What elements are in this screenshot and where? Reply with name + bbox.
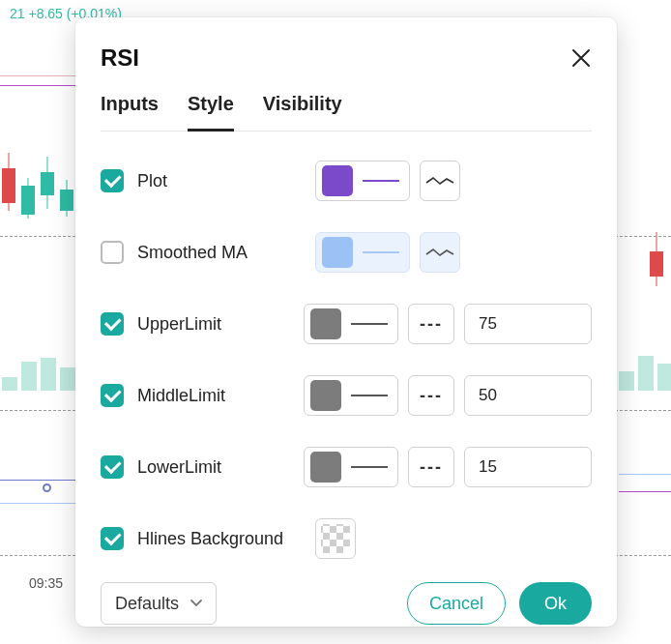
smoothed-ma-linestyle-picker[interactable] <box>420 232 460 273</box>
tab-visibility[interactable]: Visibility <box>263 93 342 132</box>
defaults-label: Defaults <box>115 594 179 614</box>
middle-limit-input[interactable] <box>464 375 592 416</box>
lower-limit-checkbox[interactable] <box>101 455 124 479</box>
defaults-dropdown[interactable]: Defaults <box>101 582 217 625</box>
smoothed-ma-label: Smoothed MA <box>137 243 302 263</box>
plot-color-picker[interactable] <box>315 161 410 201</box>
row-smoothed-ma: Smoothed MA <box>101 232 592 273</box>
hlines-bg-label: Hlines Background <box>137 529 302 549</box>
time-label: 09:35 <box>29 575 63 591</box>
smoothed-ma-color-picker[interactable] <box>315 232 410 273</box>
smoothed-ma-checkbox[interactable] <box>101 241 124 264</box>
upper-limit-color-picker[interactable] <box>304 304 398 344</box>
ok-button[interactable]: Ok <box>519 582 592 625</box>
lower-limit-label: LowerLimit <box>137 457 290 478</box>
lower-limit-color-picker[interactable] <box>304 447 398 487</box>
plot-linestyle-picker[interactable] <box>420 161 460 201</box>
settings-dialog: RSI Inputs Style Visibility Plot <box>75 17 617 627</box>
middle-limit-label: MiddleLimit <box>137 386 290 406</box>
upper-limit-input[interactable] <box>464 304 592 344</box>
tab-style[interactable]: Style <box>188 93 234 132</box>
cancel-button[interactable]: Cancel <box>407 582 506 625</box>
tab-inputs[interactable]: Inputs <box>101 93 159 132</box>
row-upper-limit: UpperLimit --- <box>101 304 592 344</box>
chevron-down-icon <box>190 597 202 610</box>
middle-limit-checkbox[interactable] <box>101 384 124 407</box>
tabs: Inputs Style Visibility <box>101 93 592 132</box>
upper-limit-checkbox[interactable] <box>101 312 124 336</box>
hlines-bg-color-picker[interactable] <box>315 518 356 559</box>
row-lower-limit: LowerLimit --- <box>101 447 592 487</box>
close-icon[interactable] <box>570 47 592 69</box>
row-hlines-background: Hlines Background <box>101 518 592 559</box>
middle-limit-dash-picker[interactable]: --- <box>408 375 454 416</box>
hlines-bg-checkbox[interactable] <box>101 527 124 550</box>
lower-limit-dash-picker[interactable]: --- <box>408 447 454 487</box>
dialog-title: RSI <box>101 44 139 72</box>
plot-checkbox[interactable] <box>101 169 124 192</box>
lower-limit-input[interactable] <box>464 447 592 487</box>
upper-limit-dash-picker[interactable]: --- <box>408 304 454 344</box>
row-plot: Plot <box>101 161 592 201</box>
plot-label: Plot <box>137 171 302 191</box>
row-middle-limit: MiddleLimit --- <box>101 375 592 416</box>
middle-limit-color-picker[interactable] <box>304 375 398 416</box>
upper-limit-label: UpperLimit <box>137 314 290 335</box>
